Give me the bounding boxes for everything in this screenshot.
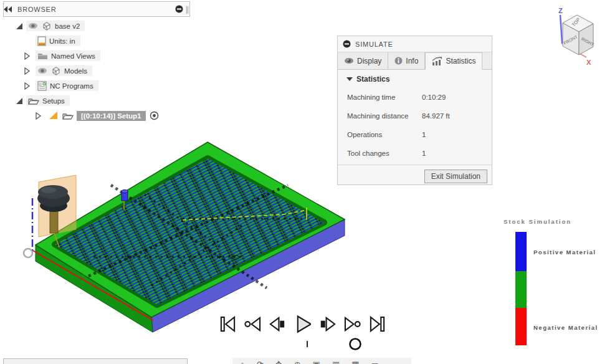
tab-label: Statistics (446, 57, 475, 65)
stat-label: Tool changes (347, 150, 389, 157)
origin-marker (24, 249, 32, 257)
simulate-dialog-footer: Exit Simulation (338, 165, 492, 186)
skip-to-start-button[interactable] (219, 314, 236, 335)
info-icon (394, 57, 403, 65)
orange-wedge-icon (49, 111, 58, 120)
browser-panel-header[interactable]: BROWSER || (3, 1, 190, 17)
stat-label: Machining time (347, 93, 395, 101)
setup1-selected-label[interactable]: [(0:10:14)] Setup1 (77, 111, 146, 121)
grid-icon[interactable]: ▦ (351, 360, 359, 364)
tree-row-base-v2[interactable]: base v2 (15, 20, 85, 32)
tab-label: Display (357, 57, 381, 65)
tree-row-setup1[interactable]: [(0:10:14)] Setup1 (34, 110, 159, 122)
legend-title: Stock Simulation (504, 218, 571, 225)
viewcube-z-axis (560, 15, 562, 44)
negative-material-swatch (515, 308, 527, 345)
svg-text:G: G (42, 82, 46, 86)
x-axis-label: X (586, 59, 591, 66)
expand-closed-icon[interactable] (22, 52, 31, 60)
eye-icon[interactable] (37, 67, 47, 74)
next-operation-button[interactable] (344, 314, 361, 335)
double-left-arrows-icon[interactable] (4, 6, 12, 12)
navigation-bar-fragment[interactable]: ⌂ ⟳ ✥ ⊕ ▣ ▥ ▦ ▭ (232, 358, 411, 364)
previous-operation-button[interactable] (244, 314, 261, 335)
browser-panel-title: BROWSER (17, 6, 56, 13)
folder-icon (37, 52, 48, 60)
tree-row-setups[interactable]: Setups (15, 95, 70, 107)
simulate-tab-bar: Display Info Statistics (338, 52, 492, 70)
tab-display[interactable]: Display (338, 52, 388, 69)
tree-row-units[interactable]: Units: in (36, 35, 80, 47)
caret-down-icon (346, 77, 353, 81)
document-ruler-icon (37, 36, 46, 46)
step-backward-button[interactable] (269, 314, 286, 335)
view-cube[interactable]: Z X TOP FRONT RIGHT (558, 7, 595, 66)
simulate-dialog-title: SIMULATE (355, 41, 393, 48)
viewports-icon[interactable]: ▭ (371, 360, 378, 364)
expand-closed-icon[interactable] (22, 67, 31, 75)
simulation-playback-controls (219, 314, 386, 335)
skip-to-end-button[interactable] (369, 314, 386, 335)
stock-model[interactable] (32, 142, 345, 332)
simulation-timeline-slider[interactable] (199, 337, 411, 353)
statistics-section-header[interactable]: Statistics (346, 75, 389, 84)
stat-label: Machining distance (347, 112, 408, 120)
stat-value: 84.927 ft (422, 112, 450, 120)
simulate-dialog-header[interactable]: SIMULATE (338, 36, 492, 52)
timeline-panel-fragment[interactable] (3, 358, 188, 364)
play-button[interactable] (294, 314, 311, 335)
positive-material-swatch (515, 232, 527, 271)
z-axis-label: Z (558, 7, 563, 14)
tree-label[interactable]: NC Programs (50, 82, 93, 90)
tree-label[interactable]: Models (64, 67, 87, 75)
display-settings-icon[interactable]: ▥ (332, 360, 340, 364)
fit-icon[interactable]: ▣ (313, 360, 320, 364)
tab-statistics[interactable]: Statistics (425, 52, 482, 70)
stat-label: Operations (347, 131, 382, 138)
tree-row-models[interactable]: Models (22, 65, 92, 77)
vertical-grip-icon[interactable]: || (186, 5, 188, 14)
section-title-text: Statistics (356, 75, 389, 84)
tab-info[interactable]: Info (388, 52, 425, 69)
eye-icon (344, 57, 354, 64)
tree-label[interactable]: Setups (42, 97, 65, 105)
folder-open-icon (28, 97, 39, 105)
pan-icon[interactable]: ✥ (275, 360, 282, 364)
circle-minus-icon[interactable] (343, 40, 351, 48)
stock-simulation-legend: Stock Simulation Positive Material Negat… (499, 217, 602, 349)
exit-simulation-button[interactable]: Exit Simulation (424, 170, 487, 183)
negative-material-label: Negative Material (533, 324, 598, 331)
tab-label: Info (406, 57, 418, 65)
neutral-material-swatch (515, 271, 527, 308)
stat-value: 1 (422, 150, 426, 157)
step-forward-button[interactable] (319, 314, 336, 335)
expand-open-icon[interactable] (15, 97, 24, 105)
eye-icon[interactable] (28, 22, 38, 29)
orbit-icon[interactable]: ⟳ (257, 360, 264, 364)
legend-color-bar (515, 232, 527, 345)
stat-value: 0:10:29 (422, 93, 446, 101)
expand-closed-icon[interactable] (34, 112, 42, 120)
positive-material-label: Positive Material (533, 249, 596, 256)
simulate-dialog: SIMULATE Display Info Statistics Statist… (337, 36, 492, 185)
zoom-icon[interactable]: ⊕ (294, 360, 301, 364)
tree-label[interactable]: Units: in (49, 37, 75, 45)
gcode-document-icon: G (37, 81, 47, 91)
circle-minus-icon[interactable] (175, 5, 183, 13)
home-icon[interactable]: ⌂ (240, 360, 245, 364)
component-icon (41, 21, 52, 31)
radio-target-icon[interactable] (150, 111, 159, 120)
chart-icon (432, 57, 442, 65)
expand-open-icon[interactable] (15, 22, 24, 31)
tree-row-nc-programs[interactable]: G NC Programs (22, 80, 98, 92)
stat-value: 1 (422, 131, 426, 138)
folder-open-icon (62, 112, 74, 120)
tree-label[interactable]: Named Views (51, 52, 95, 60)
component-icon (50, 66, 61, 76)
tree-label[interactable]: base v2 (55, 22, 80, 30)
slider-handle[interactable] (350, 339, 361, 350)
tree-row-named-views[interactable]: Named Views (22, 50, 100, 62)
expand-closed-icon[interactable] (22, 82, 31, 90)
